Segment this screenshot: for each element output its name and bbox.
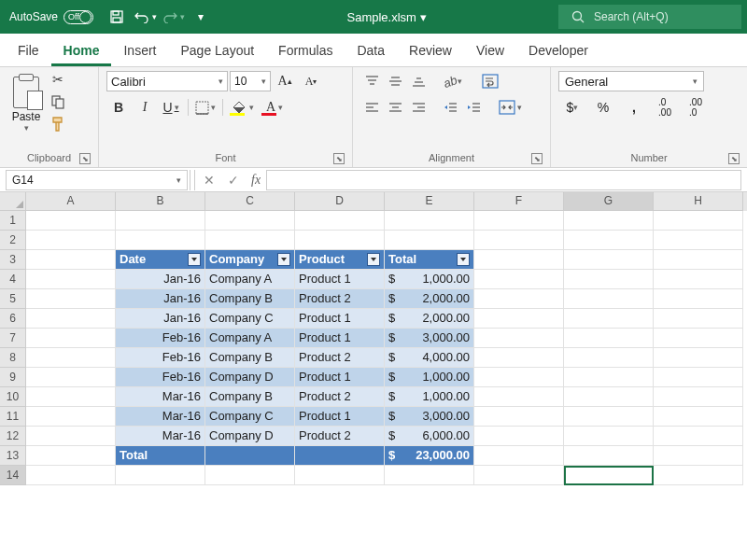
row-header[interactable]: 6 [0,309,26,329]
cell[interactable] [654,309,743,329]
cell[interactable]: Jan-16 [116,270,205,289]
paste-button[interactable]: Paste ▾ [7,77,45,133]
cell[interactable] [26,348,116,368]
cell[interactable] [205,446,295,466]
cell[interactable] [295,446,385,466]
cell[interactable]: Company A [205,329,295,348]
cell[interactable]: Product 2 [295,427,385,446]
cell[interactable]: $6,000.00 [385,427,474,446]
tab-view[interactable]: View [464,36,516,66]
cell[interactable]: Company D [205,427,295,446]
cell[interactable] [564,427,654,446]
autosave-toggle[interactable]: AutoSave Off [9,10,93,24]
accounting-format-button[interactable]: $ ▾ [558,97,586,118]
row-header[interactable]: 14 [0,466,26,485]
cell[interactable]: Company C [205,309,295,329]
row-header[interactable]: 13 [0,446,26,466]
cell[interactable]: Feb-16 [116,329,205,348]
cell[interactable]: Jan-16 [116,289,205,309]
redo-icon[interactable]: ▾ [161,5,185,29]
cell[interactable] [26,289,116,309]
borders-button[interactable]: ▾ [193,97,218,118]
cell[interactable] [474,446,564,466]
decrease-indent-icon[interactable] [439,97,461,118]
cell[interactable] [26,407,116,427]
cell[interactable] [564,250,654,270]
column-header[interactable]: D [295,192,385,211]
cell[interactable] [654,407,743,427]
cell[interactable] [26,446,116,466]
decrease-font-icon[interactable]: A▾ [299,71,323,91]
cell[interactable]: Company B [205,348,295,368]
filter-icon[interactable] [188,253,201,266]
filter-icon[interactable] [457,253,470,266]
filter-icon[interactable] [367,253,380,266]
cell[interactable]: Product 2 [295,289,385,309]
cell[interactable]: Company [205,250,295,270]
qat-customize-icon[interactable]: ▾ [189,5,213,29]
cell[interactable] [26,329,116,348]
increase-indent-icon[interactable] [462,97,485,118]
cell[interactable] [564,231,654,250]
cancel-formula-icon[interactable]: ✕ [197,173,221,188]
font-color-button[interactable]: A▾ [260,97,289,118]
document-title[interactable]: Sample.xlsm ▾ [215,10,558,24]
undo-icon[interactable]: ▾ [133,5,157,29]
cell[interactable] [474,466,564,485]
cell[interactable]: Jan-16 [116,309,205,329]
cell[interactable] [654,270,743,289]
cell[interactable]: Company D [205,368,295,387]
cell[interactable]: Product 2 [295,387,385,407]
cell[interactable]: Feb-16 [116,348,205,368]
row-header[interactable]: 8 [0,348,26,368]
cell[interactable]: Mar-16 [116,407,205,427]
cell[interactable] [654,211,743,231]
tab-page-layout[interactable]: Page Layout [168,36,266,66]
increase-font-icon[interactable]: A▴ [273,71,297,91]
cell[interactable] [474,368,564,387]
cell[interactable] [116,466,205,485]
cell[interactable]: $1,000.00 [385,368,474,387]
cell[interactable]: Total [385,250,474,270]
align-right-icon[interactable] [407,97,430,118]
cell[interactable]: Company C [205,407,295,427]
cell[interactable]: Product 1 [295,309,385,329]
row-header[interactable]: 11 [0,407,26,427]
cell[interactable]: Company B [205,387,295,407]
alignment-launcher[interactable]: ⬊ [531,153,543,164]
column-header[interactable]: H [654,192,743,211]
cell[interactable] [474,231,564,250]
wrap-text-icon[interactable] [476,71,504,91]
spreadsheet-grid[interactable]: ABCDEFGH 1234567891011121314 DateCompany… [0,192,747,485]
orientation-icon[interactable]: ab▾ [439,71,467,91]
merge-center-icon[interactable]: ▾ [494,97,526,118]
cell[interactable] [26,387,116,407]
cell[interactable] [654,348,743,368]
cell[interactable] [654,329,743,348]
column-header[interactable]: E [385,192,474,211]
cell[interactable] [564,270,654,289]
cell[interactable]: $2,000.00 [385,289,474,309]
tab-review[interactable]: Review [397,36,464,66]
column-header[interactable]: B [116,192,205,211]
cell[interactable] [564,329,654,348]
column-header[interactable]: F [474,192,564,211]
save-icon[interactable] [105,5,129,29]
cell[interactable] [26,270,116,289]
cell[interactable] [474,211,564,231]
cell[interactable] [26,427,116,446]
cell[interactable]: Feb-16 [116,368,205,387]
align-middle-icon[interactable] [384,71,406,91]
bold-button[interactable]: B [106,97,131,118]
cell[interactable] [385,466,474,485]
cell[interactable] [564,407,654,427]
tab-data[interactable]: Data [345,36,397,66]
cell[interactable] [474,427,564,446]
cell[interactable] [654,231,743,250]
cell[interactable] [295,466,385,485]
cell[interactable]: $3,000.00 [385,329,474,348]
cell[interactable] [654,427,743,446]
tab-home[interactable]: Home [51,36,112,66]
cell[interactable] [205,466,295,485]
cell[interactable]: Product 2 [295,348,385,368]
